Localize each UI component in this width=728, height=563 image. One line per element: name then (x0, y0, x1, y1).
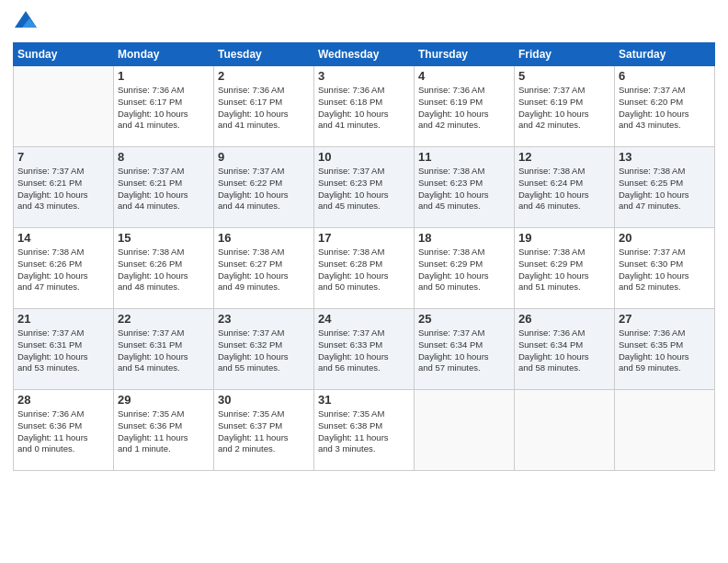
calendar-week-row: 7Sunrise: 7:37 AM Sunset: 6:21 PM Daylig… (14, 147, 715, 228)
day-number: 9 (218, 150, 310, 164)
calendar-cell: 16Sunrise: 7:38 AM Sunset: 6:27 PM Dayli… (214, 228, 314, 309)
day-number: 18 (418, 231, 510, 245)
day-info: Sunrise: 7:37 AM Sunset: 6:23 PM Dayligh… (318, 166, 410, 213)
day-number: 13 (619, 150, 711, 164)
day-number: 6 (619, 69, 711, 83)
calendar-cell: 27Sunrise: 7:36 AM Sunset: 6:35 PM Dayli… (615, 309, 715, 390)
weekday-header-cell: Wednesday (314, 43, 415, 66)
calendar-cell (615, 390, 715, 471)
day-number: 25 (418, 312, 510, 326)
day-info: Sunrise: 7:35 AM Sunset: 6:37 PM Dayligh… (218, 408, 310, 455)
day-number: 14 (17, 231, 109, 245)
page: SundayMondayTuesdayWednesdayThursdayFrid… (0, 0, 728, 563)
day-info: Sunrise: 7:37 AM Sunset: 6:30 PM Dayligh… (619, 247, 711, 293)
calendar-week-row: 21Sunrise: 7:37 AM Sunset: 6:31 PM Dayli… (14, 309, 715, 390)
header (13, 9, 715, 35)
calendar-cell: 20Sunrise: 7:37 AM Sunset: 6:30 PM Dayli… (615, 228, 715, 309)
calendar-cell: 28Sunrise: 7:36 AM Sunset: 6:36 PM Dayli… (14, 390, 114, 471)
calendar-cell: 10Sunrise: 7:37 AM Sunset: 6:23 PM Dayli… (314, 147, 415, 228)
calendar-week-row: 1Sunrise: 7:36 AM Sunset: 6:17 PM Daylig… (14, 66, 715, 147)
logo (13, 9, 42, 35)
calendar-cell: 19Sunrise: 7:38 AM Sunset: 6:29 PM Dayli… (515, 228, 615, 309)
calendar-cell: 1Sunrise: 7:36 AM Sunset: 6:17 PM Daylig… (114, 66, 214, 147)
day-number: 23 (218, 312, 310, 326)
day-number: 20 (619, 231, 711, 245)
weekday-header-cell: Sunday (14, 43, 114, 66)
day-number: 15 (118, 231, 210, 245)
day-number: 5 (518, 69, 610, 83)
calendar-cell: 3Sunrise: 7:36 AM Sunset: 6:18 PM Daylig… (314, 66, 415, 147)
day-number: 10 (318, 150, 410, 164)
day-number: 3 (318, 69, 410, 83)
weekday-header-cell: Tuesday (214, 43, 314, 66)
day-info: Sunrise: 7:37 AM Sunset: 6:20 PM Dayligh… (619, 85, 711, 132)
weekday-header-row: SundayMondayTuesdayWednesdayThursdayFrid… (14, 43, 715, 66)
calendar-cell: 9Sunrise: 7:37 AM Sunset: 6:22 PM Daylig… (214, 147, 314, 228)
calendar-cell: 4Sunrise: 7:36 AM Sunset: 6:19 PM Daylig… (415, 66, 515, 147)
calendar-cell: 5Sunrise: 7:37 AM Sunset: 6:19 PM Daylig… (515, 66, 615, 147)
calendar-body: 1Sunrise: 7:36 AM Sunset: 6:17 PM Daylig… (14, 66, 715, 471)
calendar: SundayMondayTuesdayWednesdayThursdayFrid… (13, 42, 715, 471)
day-info: Sunrise: 7:38 AM Sunset: 6:24 PM Dayligh… (518, 166, 610, 213)
day-number: 19 (518, 231, 610, 245)
day-number: 11 (418, 150, 510, 164)
day-number: 7 (17, 150, 109, 164)
calendar-cell: 30Sunrise: 7:35 AM Sunset: 6:37 PM Dayli… (214, 390, 314, 471)
calendar-cell: 22Sunrise: 7:37 AM Sunset: 6:31 PM Dayli… (114, 309, 214, 390)
day-info: Sunrise: 7:38 AM Sunset: 6:23 PM Dayligh… (418, 166, 510, 213)
calendar-cell (14, 66, 114, 147)
day-number: 26 (518, 312, 610, 326)
calendar-cell (415, 390, 515, 471)
calendar-cell: 31Sunrise: 7:35 AM Sunset: 6:38 PM Dayli… (314, 390, 415, 471)
calendar-week-row: 28Sunrise: 7:36 AM Sunset: 6:36 PM Dayli… (14, 390, 715, 471)
day-number: 4 (418, 69, 510, 83)
day-info: Sunrise: 7:38 AM Sunset: 6:27 PM Dayligh… (218, 247, 310, 293)
day-info: Sunrise: 7:35 AM Sunset: 6:38 PM Dayligh… (318, 408, 410, 455)
day-info: Sunrise: 7:37 AM Sunset: 6:19 PM Dayligh… (518, 85, 610, 132)
day-info: Sunrise: 7:38 AM Sunset: 6:28 PM Dayligh… (318, 247, 410, 293)
day-info: Sunrise: 7:37 AM Sunset: 6:22 PM Dayligh… (218, 166, 310, 213)
day-number: 27 (619, 312, 711, 326)
day-info: Sunrise: 7:38 AM Sunset: 6:25 PM Dayligh… (619, 166, 711, 213)
calendar-cell (515, 390, 615, 471)
calendar-cell: 7Sunrise: 7:37 AM Sunset: 6:21 PM Daylig… (14, 147, 114, 228)
calendar-cell: 6Sunrise: 7:37 AM Sunset: 6:20 PM Daylig… (615, 66, 715, 147)
calendar-cell: 18Sunrise: 7:38 AM Sunset: 6:29 PM Dayli… (415, 228, 515, 309)
day-number: 31 (318, 393, 410, 407)
day-number: 12 (518, 150, 610, 164)
day-info: Sunrise: 7:37 AM Sunset: 6:31 PM Dayligh… (17, 327, 109, 374)
day-number: 22 (118, 312, 210, 326)
day-number: 17 (318, 231, 410, 245)
day-info: Sunrise: 7:36 AM Sunset: 6:19 PM Dayligh… (418, 85, 510, 132)
calendar-cell: 21Sunrise: 7:37 AM Sunset: 6:31 PM Dayli… (14, 309, 114, 390)
calendar-cell: 23Sunrise: 7:37 AM Sunset: 6:32 PM Dayli… (214, 309, 314, 390)
day-info: Sunrise: 7:37 AM Sunset: 6:21 PM Dayligh… (118, 166, 210, 213)
day-info: Sunrise: 7:37 AM Sunset: 6:21 PM Dayligh… (17, 166, 109, 213)
weekday-header-cell: Monday (114, 43, 214, 66)
calendar-cell: 15Sunrise: 7:38 AM Sunset: 6:26 PM Dayli… (114, 228, 214, 309)
calendar-cell: 12Sunrise: 7:38 AM Sunset: 6:24 PM Dayli… (515, 147, 615, 228)
day-number: 24 (318, 312, 410, 326)
weekday-header-cell: Thursday (415, 43, 515, 66)
calendar-cell: 26Sunrise: 7:36 AM Sunset: 6:34 PM Dayli… (515, 309, 615, 390)
day-number: 8 (118, 150, 210, 164)
day-number: 30 (218, 393, 310, 407)
day-info: Sunrise: 7:35 AM Sunset: 6:36 PM Dayligh… (118, 408, 210, 455)
day-info: Sunrise: 7:37 AM Sunset: 6:32 PM Dayligh… (218, 327, 310, 374)
weekday-header-cell: Friday (515, 43, 615, 66)
day-info: Sunrise: 7:36 AM Sunset: 6:17 PM Dayligh… (118, 85, 210, 132)
day-info: Sunrise: 7:37 AM Sunset: 6:33 PM Dayligh… (318, 327, 410, 374)
calendar-cell: 14Sunrise: 7:38 AM Sunset: 6:26 PM Dayli… (14, 228, 114, 309)
day-info: Sunrise: 7:37 AM Sunset: 6:31 PM Dayligh… (118, 327, 210, 374)
day-info: Sunrise: 7:36 AM Sunset: 6:35 PM Dayligh… (619, 327, 711, 374)
day-info: Sunrise: 7:36 AM Sunset: 6:18 PM Dayligh… (318, 85, 410, 132)
day-number: 21 (17, 312, 109, 326)
calendar-cell: 29Sunrise: 7:35 AM Sunset: 6:36 PM Dayli… (114, 390, 214, 471)
day-info: Sunrise: 7:36 AM Sunset: 6:36 PM Dayligh… (17, 408, 109, 455)
calendar-week-row: 14Sunrise: 7:38 AM Sunset: 6:26 PM Dayli… (14, 228, 715, 309)
calendar-cell: 11Sunrise: 7:38 AM Sunset: 6:23 PM Dayli… (415, 147, 515, 228)
day-info: Sunrise: 7:37 AM Sunset: 6:34 PM Dayligh… (418, 327, 510, 374)
calendar-cell: 8Sunrise: 7:37 AM Sunset: 6:21 PM Daylig… (114, 147, 214, 228)
logo-icon (13, 9, 39, 35)
calendar-cell: 13Sunrise: 7:38 AM Sunset: 6:25 PM Dayli… (615, 147, 715, 228)
